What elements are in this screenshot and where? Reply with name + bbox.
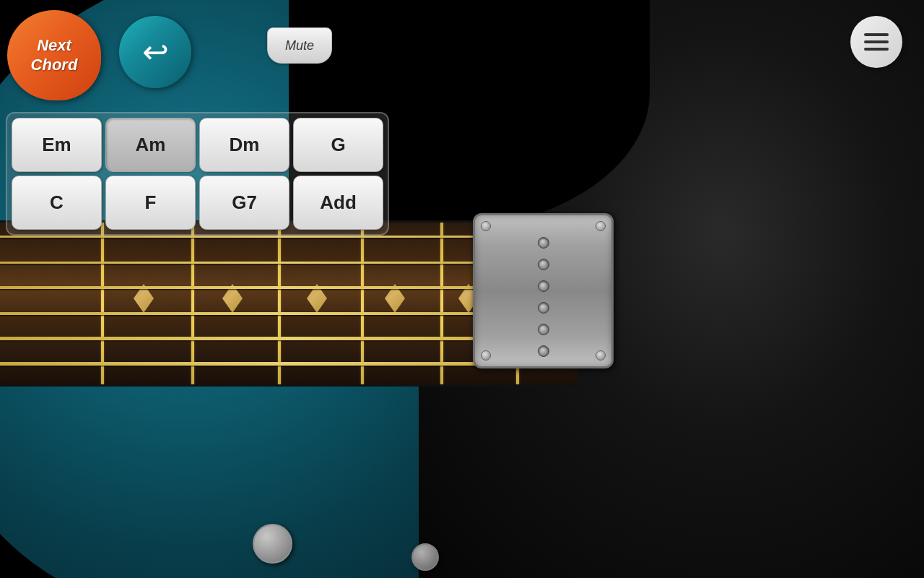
pickup-screw-bl <box>481 350 491 361</box>
menu-icon-line3 <box>864 48 889 51</box>
mute-label: Mute <box>285 38 314 53</box>
chord-grid: Em Am Dm G C F G7 Add <box>6 112 389 236</box>
menu-button[interactable] <box>850 16 902 68</box>
pickup-screw-tr <box>596 221 606 231</box>
menu-icon-line1 <box>864 33 889 36</box>
fret-line-5 <box>440 223 443 384</box>
mute-button[interactable]: Mute <box>267 27 332 64</box>
chord-button-g7[interactable]: G7 <box>199 176 289 230</box>
tuning-peg-1 <box>253 524 292 564</box>
pickup-pole-2 <box>538 259 549 270</box>
chord-button-dm[interactable]: Dm <box>199 118 289 172</box>
chord-button-c[interactable]: C <box>12 176 102 230</box>
pickup-pole-4 <box>538 302 549 314</box>
pickup-screw-br <box>596 350 606 361</box>
pickup-pole-5 <box>538 324 549 335</box>
fret-line-4 <box>361 223 364 384</box>
menu-icon-line2 <box>864 40 889 43</box>
pickup-pole-1 <box>538 237 549 249</box>
chord-row-2: C F G7 Add <box>12 176 383 230</box>
pickup-pole-3 <box>538 280 549 292</box>
strap-button-bottom <box>411 543 439 571</box>
chord-row-1: Em Am Dm G <box>12 118 383 172</box>
chord-button-am[interactable]: Am <box>105 118 196 172</box>
next-chord-label-line2: Chord <box>31 56 78 74</box>
chord-button-g[interactable]: G <box>293 118 383 172</box>
next-chord-button[interactable]: Next Chord <box>7 10 101 100</box>
back-button[interactable]: ↩ <box>119 16 191 88</box>
pickup <box>473 213 614 368</box>
next-chord-label-line1: Next <box>37 36 71 55</box>
pickup-screw-tl <box>481 221 491 231</box>
fret-line-2 <box>191 223 194 384</box>
fret-line-3 <box>278 223 281 384</box>
chord-button-em[interactable]: Em <box>12 118 102 172</box>
fret-line-1 <box>101 223 104 384</box>
pickup-pole-6 <box>538 345 549 357</box>
chord-button-add[interactable]: Add <box>293 176 383 230</box>
back-arrow-icon: ↩ <box>142 33 169 70</box>
chord-button-f[interactable]: F <box>105 176 196 230</box>
